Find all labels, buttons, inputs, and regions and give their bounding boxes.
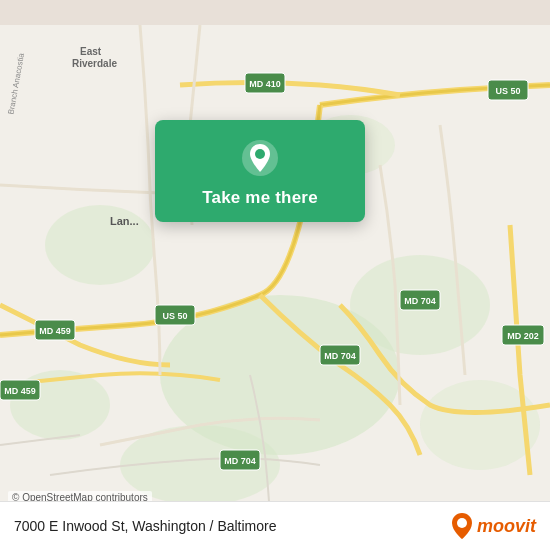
svg-text:MD 410: MD 410 <box>249 79 281 89</box>
svg-text:MD 704: MD 704 <box>404 296 436 306</box>
svg-point-31 <box>255 149 265 159</box>
bottom-info-bar: 7000 E Inwood St, Washington / Baltimore… <box>0 501 550 550</box>
svg-text:US 50: US 50 <box>495 86 520 96</box>
moovit-pin-icon <box>451 512 473 540</box>
map-container: US 50 US 50 MD 410 MD 704 MD 704 MD 704 … <box>0 0 550 550</box>
map-background: US 50 US 50 MD 410 MD 704 MD 704 MD 704 … <box>0 0 550 550</box>
svg-text:US 50: US 50 <box>162 311 187 321</box>
svg-text:MD 459: MD 459 <box>39 326 71 336</box>
take-me-there-button[interactable]: Take me there <box>155 120 365 222</box>
svg-text:MD 704: MD 704 <box>324 351 356 361</box>
address-label: 7000 E Inwood St, Washington / Baltimore <box>14 518 277 534</box>
svg-text:Riverdale: Riverdale <box>72 58 117 69</box>
svg-text:East: East <box>80 46 102 57</box>
svg-text:MD 202: MD 202 <box>507 331 539 341</box>
svg-point-32 <box>457 518 467 528</box>
location-pin-icon <box>240 138 280 178</box>
moovit-brand-text: moovit <box>477 516 536 537</box>
svg-text:MD 704: MD 704 <box>224 456 256 466</box>
svg-text:Lan...: Lan... <box>110 215 139 227</box>
take-me-there-label: Take me there <box>202 188 318 208</box>
moovit-logo: moovit <box>451 512 536 540</box>
svg-text:MD 459: MD 459 <box>4 386 36 396</box>
